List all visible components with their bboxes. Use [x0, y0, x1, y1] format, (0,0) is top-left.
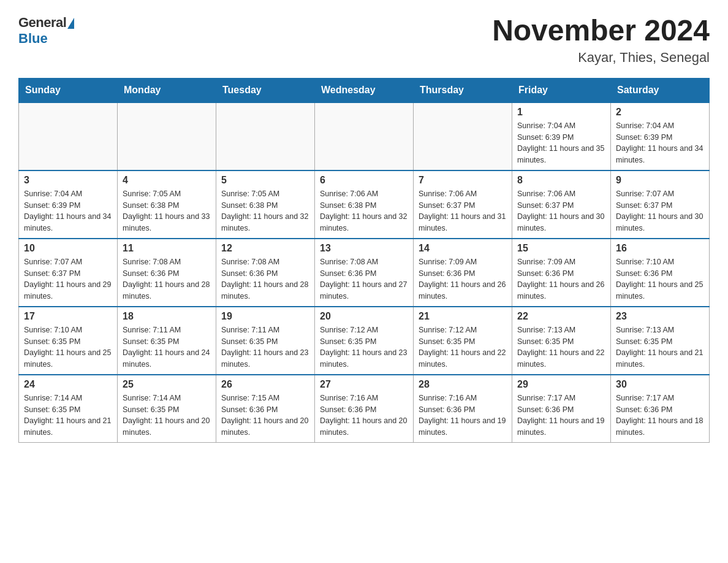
day-info: Sunrise: 7:06 AMSunset: 6:37 PMDaylight:…: [419, 188, 507, 234]
calendar-cell: 15Sunrise: 7:09 AMSunset: 6:36 PMDayligh…: [512, 239, 611, 307]
day-info: Sunrise: 7:06 AMSunset: 6:37 PMDaylight:…: [517, 188, 605, 234]
day-info: Sunrise: 7:13 AMSunset: 6:35 PMDaylight:…: [517, 324, 605, 370]
calendar-cell: 3Sunrise: 7:04 AMSunset: 6:39 PMDaylight…: [19, 170, 118, 239]
day-info: Sunrise: 7:12 AMSunset: 6:35 PMDaylight:…: [419, 324, 507, 370]
day-number: 7: [419, 175, 507, 186]
day-number: 22: [517, 311, 605, 322]
calendar-cell: 6Sunrise: 7:06 AMSunset: 6:38 PMDaylight…: [315, 170, 414, 239]
calendar-cell: 13Sunrise: 7:08 AMSunset: 6:36 PMDayligh…: [315, 239, 414, 307]
calendar-cell: 21Sunrise: 7:12 AMSunset: 6:35 PMDayligh…: [414, 307, 512, 375]
calendar-cell: 18Sunrise: 7:11 AMSunset: 6:35 PMDayligh…: [118, 307, 216, 375]
day-number: 14: [419, 243, 507, 254]
logo: General Blue: [18, 15, 74, 47]
day-number: 23: [616, 311, 704, 322]
day-info: Sunrise: 7:14 AMSunset: 6:35 PMDaylight:…: [24, 393, 112, 439]
calendar-header-monday: Monday: [118, 78, 216, 102]
page-header: General Blue November 2024 Kayar, Thies,…: [18, 15, 710, 66]
day-info: Sunrise: 7:08 AMSunset: 6:36 PMDaylight:…: [123, 256, 211, 302]
calendar-cell: 11Sunrise: 7:08 AMSunset: 6:36 PMDayligh…: [118, 239, 216, 307]
day-info: Sunrise: 7:10 AMSunset: 6:36 PMDaylight:…: [616, 256, 704, 302]
calendar-cell: 16Sunrise: 7:10 AMSunset: 6:36 PMDayligh…: [611, 239, 710, 307]
calendar-cell: [414, 102, 512, 170]
day-info: Sunrise: 7:05 AMSunset: 6:38 PMDaylight:…: [123, 188, 211, 234]
calendar-cell: 4Sunrise: 7:05 AMSunset: 6:38 PMDaylight…: [118, 170, 216, 239]
day-number: 20: [320, 311, 408, 322]
calendar-cell: 27Sunrise: 7:16 AMSunset: 6:36 PMDayligh…: [315, 375, 414, 443]
title-block: November 2024 Kayar, Thies, Senegal: [492, 15, 710, 66]
day-info: Sunrise: 7:07 AMSunset: 6:37 PMDaylight:…: [24, 256, 112, 302]
calendar-cell: 17Sunrise: 7:10 AMSunset: 6:35 PMDayligh…: [19, 307, 118, 375]
day-number: 5: [221, 175, 309, 186]
day-number: 3: [24, 175, 112, 186]
location-title: Kayar, Thies, Senegal: [492, 50, 710, 66]
day-info: Sunrise: 7:11 AMSunset: 6:35 PMDaylight:…: [123, 324, 211, 370]
day-info: Sunrise: 7:17 AMSunset: 6:36 PMDaylight:…: [616, 393, 704, 439]
calendar-cell: 26Sunrise: 7:15 AMSunset: 6:36 PMDayligh…: [216, 375, 315, 443]
day-info: Sunrise: 7:11 AMSunset: 6:35 PMDaylight:…: [221, 324, 309, 370]
calendar-cell: 7Sunrise: 7:06 AMSunset: 6:37 PMDaylight…: [414, 170, 512, 239]
day-info: Sunrise: 7:10 AMSunset: 6:35 PMDaylight:…: [24, 324, 112, 370]
day-number: 18: [123, 311, 211, 322]
day-info: Sunrise: 7:04 AMSunset: 6:39 PMDaylight:…: [616, 120, 704, 166]
day-number: 8: [517, 175, 605, 186]
day-number: 19: [221, 311, 309, 322]
calendar-cell: 24Sunrise: 7:14 AMSunset: 6:35 PMDayligh…: [19, 375, 118, 443]
calendar-header-sunday: Sunday: [19, 78, 118, 102]
day-info: Sunrise: 7:04 AMSunset: 6:39 PMDaylight:…: [24, 188, 112, 234]
day-number: 30: [616, 379, 704, 390]
day-number: 29: [517, 379, 605, 390]
calendar-cell: 28Sunrise: 7:16 AMSunset: 6:36 PMDayligh…: [414, 375, 512, 443]
logo-blue-text: Blue: [18, 31, 48, 47]
calendar-cell: [118, 102, 216, 170]
calendar-cell: 23Sunrise: 7:13 AMSunset: 6:35 PMDayligh…: [611, 307, 710, 375]
calendar-cell: 30Sunrise: 7:17 AMSunset: 6:36 PMDayligh…: [611, 375, 710, 443]
calendar-header-tuesday: Tuesday: [216, 78, 315, 102]
day-number: 26: [221, 379, 309, 390]
day-info: Sunrise: 7:05 AMSunset: 6:38 PMDaylight:…: [221, 188, 309, 234]
calendar-cell: 8Sunrise: 7:06 AMSunset: 6:37 PMDaylight…: [512, 170, 611, 239]
logo-general-text: General: [18, 15, 66, 31]
calendar-header-friday: Friday: [512, 78, 611, 102]
calendar-cell: [216, 102, 315, 170]
day-info: Sunrise: 7:09 AMSunset: 6:36 PMDaylight:…: [419, 256, 507, 302]
day-info: Sunrise: 7:15 AMSunset: 6:36 PMDaylight:…: [221, 393, 309, 439]
day-number: 28: [419, 379, 507, 390]
day-info: Sunrise: 7:14 AMSunset: 6:35 PMDaylight:…: [123, 393, 211, 439]
calendar-cell: 25Sunrise: 7:14 AMSunset: 6:35 PMDayligh…: [118, 375, 216, 443]
day-info: Sunrise: 7:16 AMSunset: 6:36 PMDaylight:…: [419, 393, 507, 439]
calendar-week-row: 17Sunrise: 7:10 AMSunset: 6:35 PMDayligh…: [19, 307, 710, 375]
day-number: 2: [616, 107, 704, 118]
day-number: 27: [320, 379, 408, 390]
day-number: 10: [24, 243, 112, 254]
calendar-cell: 14Sunrise: 7:09 AMSunset: 6:36 PMDayligh…: [414, 239, 512, 307]
calendar-week-row: 24Sunrise: 7:14 AMSunset: 6:35 PMDayligh…: [19, 375, 710, 443]
calendar-cell: 22Sunrise: 7:13 AMSunset: 6:35 PMDayligh…: [512, 307, 611, 375]
day-number: 13: [320, 243, 408, 254]
day-number: 15: [517, 243, 605, 254]
day-info: Sunrise: 7:06 AMSunset: 6:38 PMDaylight:…: [320, 188, 408, 234]
calendar-cell: 1Sunrise: 7:04 AMSunset: 6:39 PMDaylight…: [512, 102, 611, 170]
day-number: 16: [616, 243, 704, 254]
day-number: 25: [123, 379, 211, 390]
calendar-header-thursday: Thursday: [414, 78, 512, 102]
calendar-cell: [19, 102, 118, 170]
calendar-cell: [315, 102, 414, 170]
calendar-table: SundayMondayTuesdayWednesdayThursdayFrid…: [18, 78, 710, 443]
calendar-header-saturday: Saturday: [611, 78, 710, 102]
calendar-week-row: 1Sunrise: 7:04 AMSunset: 6:39 PMDaylight…: [19, 102, 710, 170]
calendar-cell: 2Sunrise: 7:04 AMSunset: 6:39 PMDaylight…: [611, 102, 710, 170]
day-info: Sunrise: 7:08 AMSunset: 6:36 PMDaylight:…: [320, 256, 408, 302]
day-info: Sunrise: 7:16 AMSunset: 6:36 PMDaylight:…: [320, 393, 408, 439]
day-number: 11: [123, 243, 211, 254]
month-title: November 2024: [492, 15, 710, 47]
day-number: 12: [221, 243, 309, 254]
day-number: 4: [123, 175, 211, 186]
day-number: 9: [616, 175, 704, 186]
day-info: Sunrise: 7:08 AMSunset: 6:36 PMDaylight:…: [221, 256, 309, 302]
day-number: 24: [24, 379, 112, 390]
calendar-cell: 20Sunrise: 7:12 AMSunset: 6:35 PMDayligh…: [315, 307, 414, 375]
logo-triangle-icon: [67, 18, 74, 29]
day-info: Sunrise: 7:17 AMSunset: 6:36 PMDaylight:…: [517, 393, 605, 439]
calendar-cell: 9Sunrise: 7:07 AMSunset: 6:37 PMDaylight…: [611, 170, 710, 239]
day-info: Sunrise: 7:07 AMSunset: 6:37 PMDaylight:…: [616, 188, 704, 234]
